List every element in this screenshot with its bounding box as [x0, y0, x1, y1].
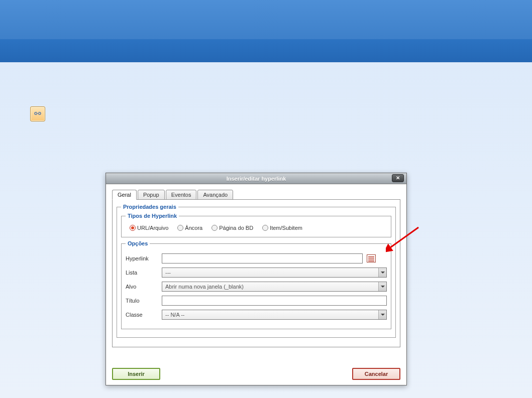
- cancel-button-label: Cancelar: [365, 371, 388, 377]
- close-button[interactable]: ✕: [392, 174, 404, 182]
- dialog-title: Inserir/editar hyperlink: [227, 176, 286, 182]
- header-band-1: [0, 0, 532, 39]
- alvo-select[interactable]: Abrir numa nova janela (_blank): [162, 282, 387, 292]
- tab-panel-geral: Propriedades gerais Tipos de Hyperlink U…: [112, 199, 400, 347]
- radio-item-subitem[interactable]: Item/Subitem: [262, 225, 302, 231]
- row-lista: Lista ---: [126, 268, 387, 278]
- row-alvo: Alvo Abrir numa nova janela (_blank): [126, 282, 387, 292]
- fieldset-general: Propriedades gerais Tipos de Hyperlink U…: [117, 204, 396, 338]
- tab-popup[interactable]: Popup: [138, 190, 165, 200]
- chain-link-icon: [33, 111, 42, 117]
- chevron-down-icon: [378, 282, 386, 291]
- radio-label: Âncora: [185, 225, 202, 231]
- fieldset-types-legend: Tipos de Hyperlink: [126, 213, 179, 219]
- hyperlink-input[interactable]: [162, 253, 363, 263]
- classe-label: Classe: [126, 312, 162, 318]
- radio-url-arquivo[interactable]: URL/Arquivo: [130, 225, 168, 231]
- insert-link-toolbar-button[interactable]: [30, 106, 45, 121]
- titulo-input[interactable]: [162, 296, 387, 306]
- radio-pagina-bd[interactable]: Página do BD: [211, 225, 253, 231]
- fieldset-general-legend: Propriedades gerais: [121, 204, 178, 210]
- fieldset-options-legend: Opções: [126, 240, 150, 246]
- header-band-2: [0, 39, 532, 62]
- radio-icon: [130, 225, 136, 231]
- insert-button-label: Inserir: [128, 371, 145, 377]
- radio-label: URL/Arquivo: [137, 225, 168, 231]
- tab-avancado[interactable]: Avançado: [197, 190, 233, 200]
- close-icon: ✕: [396, 173, 400, 184]
- lista-value: ---: [165, 270, 171, 276]
- radio-label: Item/Subitem: [270, 225, 302, 231]
- fieldset-options: Opções Hyperlink Lista ---: [121, 240, 391, 329]
- radio-icon: [262, 225, 268, 231]
- hyperlink-label: Hyperlink: [126, 255, 162, 261]
- chevron-down-icon: [378, 310, 386, 319]
- dialog-body: Geral Popup Eventos Avançado Propriedade…: [106, 184, 406, 347]
- lista-label: Lista: [126, 270, 162, 276]
- tab-geral[interactable]: Geral: [112, 190, 137, 200]
- lista-select[interactable]: ---: [162, 268, 387, 278]
- insert-button[interactable]: Inserir: [112, 368, 160, 380]
- classe-select[interactable]: -- N/A --: [162, 310, 387, 320]
- radio-ancora[interactable]: Âncora: [177, 225, 202, 231]
- radio-icon: [211, 225, 218, 231]
- alvo-label: Alvo: [126, 284, 162, 290]
- hyperlink-dialog: Inserir/editar hyperlink ✕ Geral Popup E…: [105, 173, 407, 385]
- dialog-titlebar: Inserir/editar hyperlink ✕: [106, 173, 406, 184]
- radio-label: Página do BD: [219, 225, 253, 231]
- row-titulo: Título: [126, 296, 387, 306]
- row-classe: Classe -- N/A --: [126, 310, 387, 320]
- alvo-value: Abrir numa nova janela (_blank): [165, 284, 244, 290]
- tab-eventos[interactable]: Eventos: [166, 190, 197, 200]
- hyperlink-type-radios: URL/Arquivo Âncora Página do BD Ite: [126, 222, 387, 232]
- classe-value: -- N/A --: [165, 312, 185, 318]
- radio-icon: [177, 225, 183, 231]
- dialog-footer: Inserir Cancelar: [112, 368, 400, 380]
- titulo-label: Título: [126, 298, 162, 304]
- chevron-down-icon: [378, 268, 386, 277]
- cancel-button[interactable]: Cancelar: [352, 368, 400, 380]
- row-hyperlink: Hyperlink: [126, 253, 387, 263]
- browse-icon[interactable]: [367, 254, 376, 262]
- tab-bar: Geral Popup Eventos Avançado: [112, 190, 400, 200]
- fieldset-types: Tipos de Hyperlink URL/Arquivo Âncora: [121, 213, 391, 237]
